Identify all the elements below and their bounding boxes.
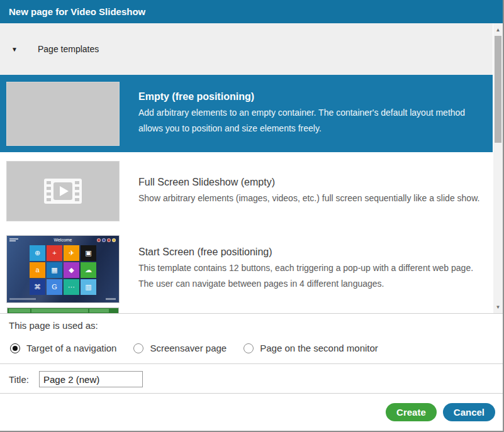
radio-icon[interactable] xyxy=(133,343,143,353)
template-row-empty[interactable]: Empty (free positioning) Add arbitrary e… xyxy=(0,75,493,152)
template-row-fullscreen-slideshow[interactable]: Full Screen Slideshow (empty) Show arbit… xyxy=(0,152,493,230)
scroll-up-icon[interactable]: ▲ xyxy=(493,25,503,35)
divider xyxy=(0,363,503,364)
globe-tile: ⊕ xyxy=(30,245,45,261)
flag-icon xyxy=(107,238,111,242)
new-page-dialog: New page for Video Slideshow ▼ Page temp… xyxy=(0,0,504,432)
chevron-down-icon[interactable]: ▼ xyxy=(11,46,20,53)
start-screen-tiles: ⊕+✈▣a▦◆☁⌘G⋯▥ xyxy=(30,245,96,295)
templates-group-label: Page templates xyxy=(38,44,99,54)
template-row-start-screen[interactable]: Welcome ⊕+✈▣a▦◆☁⌘G⋯▥ Start Screen (free … xyxy=(0,230,493,307)
photos-tile: ▥ xyxy=(81,279,96,295)
template-title: Empty (free positioning) xyxy=(138,91,480,102)
google-tile: G xyxy=(47,279,62,295)
radio-label: Page on the second monitor xyxy=(260,343,378,353)
games-tile: ⌘ xyxy=(30,279,45,295)
template-thumbnail-partial xyxy=(7,307,119,313)
template-thumbnail-start-screen: Welcome ⊕+✈▣a▦◆☁⌘G⋯▥ xyxy=(6,235,120,303)
flag-icon xyxy=(102,238,106,242)
template-description: Show arbitrary elements (images, videos,… xyxy=(138,191,479,206)
building-tile: ▦ xyxy=(47,262,62,278)
template-description: This template contains 12 buttons, each … xyxy=(138,260,480,292)
template-text: Empty (free positioning) Add arbitrary e… xyxy=(138,91,480,136)
divider xyxy=(0,313,503,314)
template-title: Start Screen (free positioning) xyxy=(138,246,480,258)
messenger-tile: ⋯ xyxy=(64,279,79,295)
map-pin-tile: ◆ xyxy=(64,262,79,278)
template-text: Start Screen (free positioning) This tem… xyxy=(138,246,480,292)
start-screen-footer-left xyxy=(9,298,36,300)
title-field-label: Title: xyxy=(9,374,29,385)
dialog-buttons: Create Cancel xyxy=(386,403,495,421)
camera-tile: ▣ xyxy=(81,245,96,261)
templates-group-header: ▼ Page templates xyxy=(0,23,493,75)
divider xyxy=(0,393,503,394)
radio-target-of-navigation[interactable]: Target of a navigation xyxy=(10,343,116,353)
start-screen-footer-right xyxy=(106,298,116,300)
radio-label: Screensaver page xyxy=(150,343,227,353)
scroll-down-icon[interactable]: ▼ xyxy=(493,302,503,312)
flag-icon xyxy=(112,238,116,242)
usage-radio-group: Target of a navigation Screensaver page … xyxy=(10,343,378,353)
dialog-titlebar: New page for Video Slideshow xyxy=(0,0,503,23)
first-aid-tile: + xyxy=(47,245,62,261)
template-title: Full Screen Slideshow (empty) xyxy=(138,177,479,188)
page-title-input[interactable] xyxy=(39,371,143,387)
template-thumbnail-blank xyxy=(6,82,120,146)
amazon-tile: a xyxy=(30,262,45,278)
radio-screensaver-page[interactable]: Screensaver page xyxy=(133,343,227,353)
template-list-scrollbar[interactable]: ▲ ▼ xyxy=(493,23,503,313)
dialog-title: New page for Video Slideshow xyxy=(9,6,145,17)
template-text: Full Screen Slideshow (empty) Show arbit… xyxy=(138,177,479,206)
create-button[interactable]: Create xyxy=(386,403,437,421)
template-row-partial[interactable] xyxy=(0,307,493,313)
template-description: Add arbitrary elements to an empty conta… xyxy=(138,105,480,136)
film-play-icon xyxy=(43,176,83,206)
radio-label: Target of a navigation xyxy=(26,343,116,353)
radio-icon[interactable] xyxy=(244,343,254,353)
flag-icon xyxy=(97,238,101,242)
language-flag-icons xyxy=(97,238,116,242)
usage-label: This page is used as: xyxy=(9,320,98,331)
cancel-button[interactable]: Cancel xyxy=(443,403,495,421)
scrollbar-thumb[interactable] xyxy=(495,36,501,143)
radio-page-second-monitor[interactable]: Page on the second monitor xyxy=(244,343,378,353)
radio-icon[interactable] xyxy=(10,343,20,353)
template-thumbnail-film xyxy=(6,161,120,221)
weather-tile: ☁ xyxy=(81,262,96,278)
airplane-tile: ✈ xyxy=(64,245,79,261)
